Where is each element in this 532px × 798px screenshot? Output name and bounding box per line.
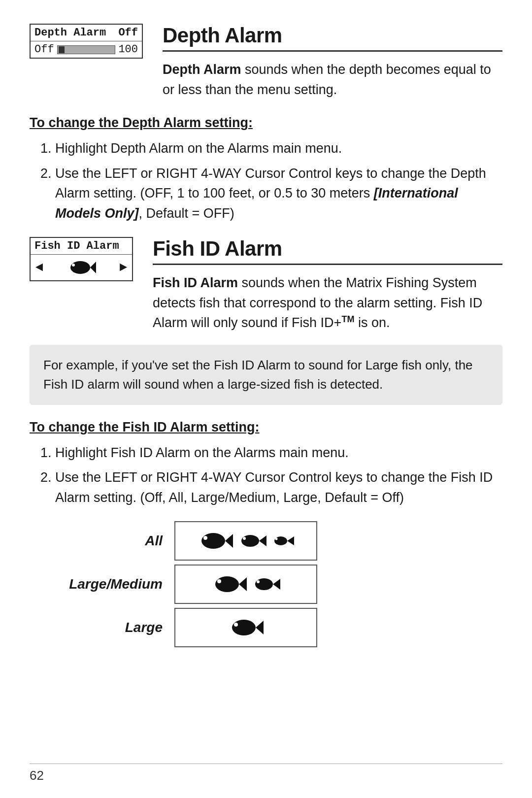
fish-size-row-large: Large	[59, 608, 502, 647]
svg-point-0	[70, 261, 90, 274]
depth-alarm-widget-right-label: Off	[118, 27, 138, 39]
depth-alarm-widget-label: Depth Alarm	[34, 27, 106, 39]
depth-alarm-step-1: Highlight Depth Alarm on the Alarms main…	[55, 138, 502, 159]
depth-alarm-heading-block: Depth Alarm Depth Alarm sounds when the …	[163, 24, 502, 100]
fish-id-alarm-note-box: For example, if you've set the Fish ID A…	[30, 345, 502, 405]
fish-large-icon-1	[198, 529, 233, 553]
svg-marker-19	[256, 621, 264, 634]
fish-size-box-large-medium	[174, 565, 317, 604]
svg-point-15	[255, 578, 273, 590]
svg-point-5	[203, 536, 207, 540]
svg-point-12	[215, 576, 239, 592]
svg-marker-10	[287, 536, 294, 545]
fish-size-box-all	[174, 521, 317, 561]
depth-alarm-widget: Depth Alarm Off Off 100	[30, 24, 143, 59]
depth-alarm-slider-bar	[57, 45, 116, 54]
fish-size-table: All Large/Medium	[59, 521, 502, 647]
svg-point-20	[234, 623, 238, 627]
fish-id-alarm-desc-end: is on.	[354, 315, 390, 330]
svg-point-2	[72, 264, 75, 266]
fish-id-alarm-note-text: For example, if you've set the Fish ID A…	[43, 358, 473, 392]
fish-size-label-all: All	[59, 533, 163, 549]
depth-alarm-section: Depth Alarm Off Off 100 Depth Alarm Dept…	[30, 24, 502, 100]
svg-marker-13	[239, 577, 247, 591]
depth-alarm-international: [International Models Only]	[55, 186, 458, 221]
fish-id-alarm-to-change-heading: To change the Fish ID Alarm setting:	[30, 420, 502, 435]
depth-alarm-desc-bold: Depth Alarm	[163, 62, 241, 77]
svg-point-14	[217, 579, 221, 583]
svg-marker-16	[273, 579, 280, 590]
depth-alarm-steps: Highlight Depth Alarm on the Alarms main…	[55, 138, 502, 223]
fish-id-tm-superscript: TM	[341, 314, 354, 324]
fish-size-row-all: All	[59, 521, 502, 561]
fish-medium-icon-1	[238, 532, 266, 550]
svg-point-11	[275, 538, 278, 540]
depth-alarm-title: Depth Alarm	[163, 24, 502, 52]
svg-marker-7	[259, 535, 266, 546]
depth-alarm-to-change-heading: To change the Depth Alarm setting:	[30, 115, 502, 131]
depth-alarm-slider-thumb	[59, 46, 65, 53]
fish-id-alarm-steps: Highlight Fish ID Alarm on the Alarms ma…	[55, 443, 502, 508]
depth-alarm-slider-row: Off 100	[31, 41, 142, 58]
fish-id-alarm-widget-header: Fish ID Alarm	[31, 238, 132, 255]
page-number: 62	[30, 764, 502, 783]
depth-alarm-step-2: Use the LEFT or RIGHT 4-WAY Cursor Contr…	[55, 164, 502, 224]
depth-alarm-widget-header: Depth Alarm Off	[31, 25, 142, 41]
svg-point-18	[232, 620, 256, 635]
svg-point-17	[257, 580, 260, 583]
svg-marker-4	[225, 534, 233, 548]
fish-id-alarm-widget: Fish ID Alarm ◄ ►	[30, 237, 133, 281]
svg-point-6	[241, 535, 259, 547]
fish-medium-icon-2	[252, 575, 280, 594]
fish-large-icon-3	[228, 616, 264, 639]
fish-small-icon-1	[271, 533, 294, 548]
fish-id-arrow-left-icon: ◄	[35, 260, 43, 275]
fish-id-alarm-step-1: Highlight Fish ID Alarm on the Alarms ma…	[55, 443, 502, 463]
fish-id-alarm-heading-block: Fish ID Alarm Fish ID Alarm sounds when …	[153, 237, 502, 333]
svg-point-3	[201, 533, 225, 549]
depth-alarm-value-label: Off	[34, 43, 54, 56]
fish-size-label-large-medium: Large/Medium	[59, 576, 163, 592]
fish-id-selected-icon	[66, 258, 96, 277]
fish-size-row-large-medium: Large/Medium	[59, 565, 502, 604]
fish-id-alarm-description: Fish ID Alarm sounds when the Matrix Fis…	[153, 273, 502, 333]
fish-id-alarm-section: Fish ID Alarm ◄ ► Fish ID Alarm Fish ID …	[30, 237, 502, 333]
depth-alarm-description: Depth Alarm sounds when the depth become…	[163, 60, 502, 100]
fish-large-icon-2	[211, 572, 247, 596]
fish-id-arrow-right-icon: ►	[119, 260, 127, 275]
fish-size-label-large: Large	[59, 620, 163, 635]
svg-marker-1	[90, 262, 96, 273]
depth-alarm-slider-end: 100	[118, 43, 138, 56]
fish-id-alarm-step-2: Use the LEFT or RIGHT 4-WAY Cursor Contr…	[55, 467, 502, 507]
fish-id-alarm-title: Fish ID Alarm	[153, 237, 502, 265]
svg-point-8	[243, 537, 246, 540]
fish-id-alarm-desc-bold: Fish ID Alarm	[153, 275, 238, 290]
fish-id-alarm-widget-controls: ◄ ►	[31, 255, 132, 280]
fish-size-box-large	[174, 608, 317, 647]
